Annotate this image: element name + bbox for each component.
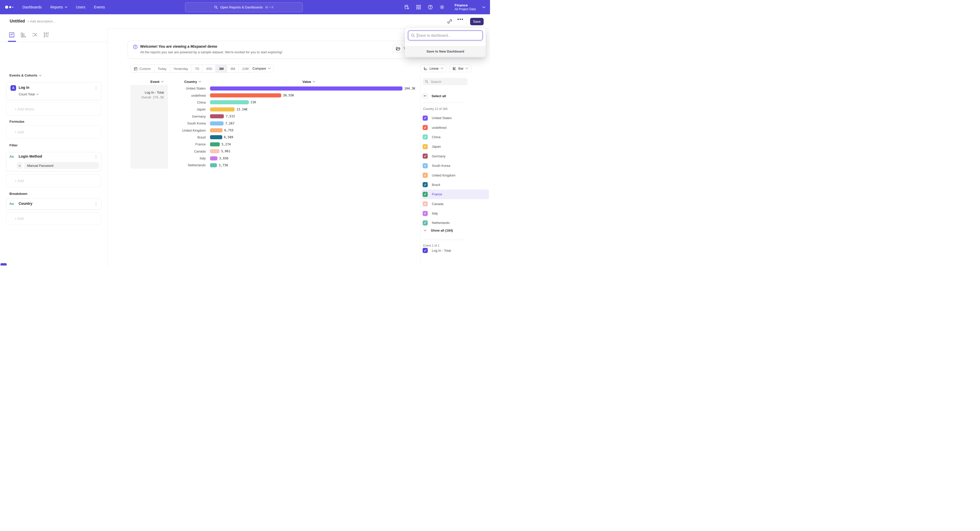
date-range-6m[interactable]: 6M — [227, 65, 239, 73]
filter-operator-chip[interactable]: = — [17, 162, 22, 169]
dashboard-search-input[interactable]: Save to dashboard... — [408, 31, 483, 40]
project-selector[interactable]: Finance All Project Data — [455, 3, 485, 11]
select-all-checkbox[interactable] — [422, 94, 428, 98]
nav-item-users[interactable]: Users — [76, 5, 86, 9]
data-management-icon[interactable] — [404, 4, 410, 10]
bar-category-label: Italy — [107, 156, 206, 160]
country-legend-row[interactable]: ✓Germany — [422, 152, 489, 161]
country-legend-row[interactable]: ✓China — [422, 132, 489, 142]
save-button[interactable]: Save — [470, 18, 484, 25]
chart-scale-button[interactable]: Linear — [420, 65, 447, 72]
metric-aggregation[interactable]: Count Total — [19, 93, 38, 96]
country-legend-row[interactable]: ✓South Korea — [422, 161, 489, 170]
nav-item-dashboards[interactable]: Dashboards — [22, 5, 42, 9]
country-legend-row[interactable]: ✓Canada — [422, 199, 489, 209]
select-all-row[interactable]: Select all — [422, 94, 446, 98]
add-breakdown-button[interactable]: + Add — [6, 212, 101, 225]
date-range-yesterday[interactable]: Yesterday — [170, 65, 191, 73]
chevron-down-icon — [482, 6, 485, 8]
country-checkbox[interactable]: ✓ — [423, 144, 428, 149]
nav-item-reports[interactable]: Reports — [51, 5, 67, 9]
country-checkbox[interactable]: ✓ — [423, 135, 428, 139]
column-header-country[interactable]: Country — [180, 79, 205, 84]
tab-insights-icon[interactable] — [8, 32, 15, 38]
kebab-menu-icon[interactable]: ⋮ — [94, 155, 98, 159]
country-checkbox[interactable]: ✓ — [423, 173, 428, 178]
country-legend-row[interactable]: ✓Japan — [422, 142, 489, 151]
country-legend-row[interactable]: ✓France — [422, 190, 489, 199]
date-range-30d[interactable]: 30D — [202, 65, 215, 73]
country-checkbox[interactable]: ✓ — [423, 201, 428, 206]
apps-grid-icon[interactable] — [416, 4, 422, 10]
compare-button[interactable]: Compare — [249, 65, 274, 72]
section-label: Filter — [10, 143, 18, 147]
event-checkbox[interactable]: ✓ — [423, 248, 428, 253]
date-range-today[interactable]: Today — [154, 65, 170, 73]
filter-value-chip[interactable]: Manual Password — [24, 162, 99, 169]
breakdown-card-country[interactable]: Aa Country ⋮ — [6, 198, 101, 210]
date-range-7d[interactable]: 7D — [191, 65, 203, 73]
help-icon[interactable] — [428, 4, 433, 10]
country-checkbox[interactable]: ✓ — [423, 211, 428, 216]
tab-retention-icon[interactable] — [43, 32, 49, 38]
date-range-label: Custom — [139, 67, 151, 71]
filter-card-login-method[interactable]: Aa Login Method ⋮ = Manual Password — [6, 152, 101, 171]
tab-flows-icon[interactable] — [32, 32, 38, 38]
country-checkbox[interactable]: ✓ — [423, 182, 428, 187]
filter-property-name[interactable]: Login Method — [19, 154, 42, 159]
bottom-left-widget[interactable] — [0, 263, 6, 265]
settings-gear-icon[interactable] — [439, 4, 445, 10]
bar[interactable] — [210, 128, 223, 132]
tab-funnels-icon[interactable] — [20, 32, 27, 38]
mixpanel-logo-icon[interactable] — [5, 6, 13, 9]
bar[interactable] — [210, 86, 402, 90]
country-legend-row[interactable]: ✓Netherlands — [422, 218, 489, 228]
legend-search-input[interactable] — [423, 78, 468, 85]
chart-type-button[interactable]: Bar — [449, 65, 471, 72]
add-metric-button[interactable]: + Add Metric — [6, 103, 101, 116]
breakdown-property-name[interactable]: Country — [19, 201, 32, 206]
bar[interactable] — [210, 121, 224, 125]
country-legend-row[interactable]: ✓United Kingdom — [422, 170, 489, 180]
country-checkbox[interactable]: ✓ — [423, 192, 428, 197]
bar[interactable] — [210, 149, 220, 153]
date-range-3m[interactable]: 3M — [215, 65, 227, 73]
nav-item-events[interactable]: Events — [94, 5, 105, 9]
add-description-field[interactable]: + Add description... — [27, 19, 56, 23]
show-all-toggle[interactable]: Show all (184) — [424, 228, 453, 232]
add-formula-button[interactable]: + Add — [6, 125, 101, 138]
event-legend-row[interactable]: ✓ Log In - Total — [423, 248, 451, 253]
view-dataset-folder-button[interactable] — [393, 44, 403, 53]
save-to-new-dashboard-button[interactable]: Save to New Dashboard — [405, 46, 486, 57]
country-legend-row[interactable]: ✓United States — [422, 113, 489, 123]
bar[interactable] — [210, 142, 220, 146]
country-checkbox[interactable]: ✓ — [423, 163, 428, 168]
report-title[interactable]: Untitled — [10, 19, 25, 24]
country-checkbox[interactable]: ✓ — [423, 154, 428, 159]
bar[interactable] — [210, 114, 224, 118]
column-header-event[interactable]: Event — [144, 79, 170, 84]
bar[interactable] — [210, 100, 249, 104]
bar[interactable] — [210, 135, 222, 139]
bar[interactable] — [210, 107, 234, 111]
kebab-menu-icon[interactable]: ⋮ — [94, 86, 98, 90]
metric-card-log-in[interactable]: A Log In ⋮ Count Total — [6, 82, 101, 100]
bar[interactable] — [210, 163, 217, 167]
more-options-icon[interactable]: ••• — [457, 17, 463, 23]
kebab-menu-icon[interactable]: ⋮ — [94, 202, 98, 206]
events-cohorts-header[interactable]: Events & Cohorts — [10, 73, 41, 77]
country-checkbox[interactable]: ✓ — [423, 125, 428, 130]
column-header-value[interactable]: Value — [296, 79, 321, 84]
global-search-button[interactable]: Open Reports & Dashboards ⌘ + K — [185, 2, 303, 12]
country-checkbox[interactable]: ✓ — [423, 220, 428, 225]
add-filter-button[interactable]: + Add — [6, 174, 101, 187]
country-legend-row[interactable]: ✓undefined — [422, 123, 489, 132]
copy-link-icon[interactable] — [447, 18, 453, 24]
country-legend-row[interactable]: ✓Italy — [422, 209, 489, 218]
country-checkbox[interactable]: ✓ — [423, 116, 428, 120]
country-legend-row[interactable]: ✓Brazil — [422, 180, 489, 190]
metric-name[interactable]: Log In — [19, 86, 29, 90]
date-range-custom[interactable]: Custom — [130, 65, 154, 73]
bar[interactable] — [210, 156, 218, 160]
bar[interactable] — [210, 94, 281, 97]
